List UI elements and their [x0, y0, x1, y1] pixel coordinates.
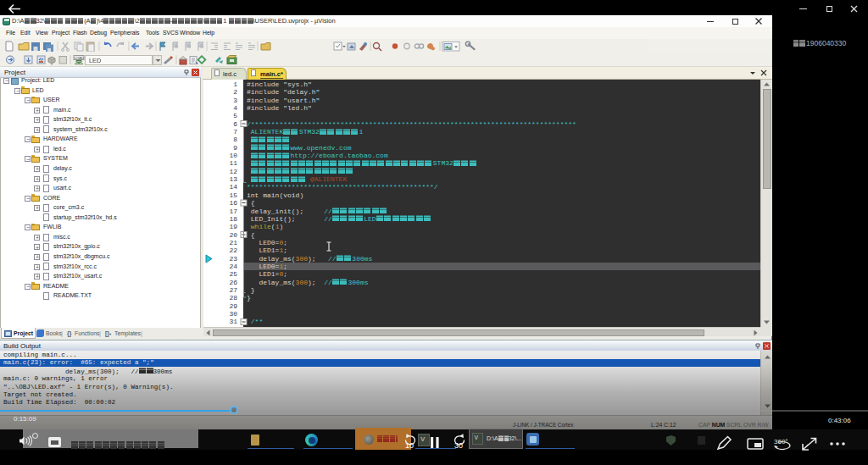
svg-text:30: 30: [454, 441, 463, 450]
svg-text:10: 10: [405, 441, 414, 450]
svg-text:LOAD: LOAD: [75, 56, 84, 60]
